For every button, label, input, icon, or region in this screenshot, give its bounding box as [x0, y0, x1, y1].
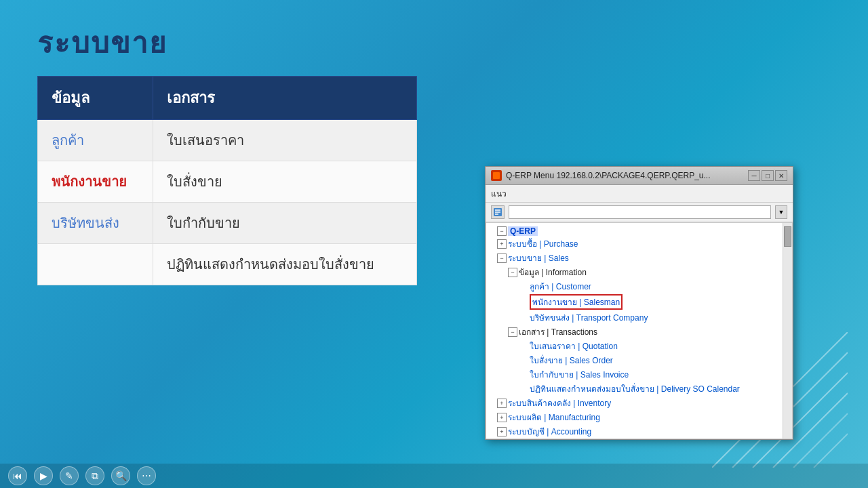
- erp-win-buttons[interactable]: ─ □ ✕: [748, 170, 787, 181]
- erp-titlebar: Q-ERP Menu 192.168.0.2\PACKAGE4.QERP.QER…: [486, 167, 793, 185]
- tree-root-item[interactable]: − Q-ERP: [486, 226, 792, 237]
- erp-icon-inner: [493, 172, 500, 179]
- minimize-button[interactable]: ─: [748, 170, 760, 181]
- tree-label-delivery: ปฏิทินแสดงกำหนดส่งมอบใบสั่งขาย | Deliver…: [530, 382, 740, 395]
- btn-copy[interactable]: ⧉: [85, 466, 104, 485]
- tree-label-quotation: ใบเสนอราคา | Quotation: [530, 340, 618, 352]
- tree-toggle[interactable]: +: [497, 413, 507, 422]
- tree-item-salesorder[interactable]: ใบสั่งขาย | Sales Order: [486, 353, 792, 367]
- svg-line-4: [793, 413, 848, 468]
- tree-label-transport: บริษัทขนส่ง | Transport Company: [530, 311, 648, 324]
- tree-item-accounting[interactable]: +ระบบบัญชี | Accounting: [486, 424, 792, 439]
- tree-item-inventory[interactable]: +ระบบสินค้าคงคลัง | Inventory: [486, 396, 792, 410]
- tree-item-customer[interactable]: ลูกค้า | Customer: [486, 279, 792, 293]
- erp-window: Q-ERP Menu 192.168.0.2\PACKAGE4.QERP.QER…: [485, 166, 793, 440]
- package-selector[interactable]: TEST PACKAGE4: [509, 205, 771, 219]
- btn-more[interactable]: ⋯: [137, 466, 156, 485]
- table-cell-doc: ใบสั่งขาย: [153, 161, 417, 203]
- tree-label-info: ข้อมูล | Information: [519, 266, 587, 279]
- tree-toggle[interactable]: +: [497, 399, 507, 408]
- btn-back[interactable]: ⏮: [8, 466, 27, 485]
- svg-line-5: [814, 434, 848, 468]
- table-row: ลูกค้าใบเสนอราคา: [38, 120, 417, 161]
- tree-label-inventory: ระบบสินค้าคงคลัง | Inventory: [508, 396, 611, 409]
- tree-item-salesman[interactable]: พนักงานขาย | Salesman: [486, 293, 792, 310]
- toolbar-dropdown-button[interactable]: ▼: [775, 205, 787, 219]
- tree-toggle[interactable]: +: [497, 427, 507, 436]
- table-cell-info: ลูกค้า: [38, 120, 153, 161]
- tree-item-transactions[interactable]: −เอกสาร | Transactions: [486, 325, 792, 339]
- tree-item-info[interactable]: −ข้อมูล | Information: [486, 265, 792, 279]
- btn-zoom[interactable]: 🔍: [111, 466, 130, 485]
- tree-item-quotation[interactable]: ใบเสนอราคา | Quotation: [486, 339, 792, 353]
- tree-label-customer: ลูกค้า | Customer: [530, 280, 591, 293]
- table-cell-doc: ปฏิทินแสดงกำหนดส่งมอบใบสั่งขาย: [153, 244, 417, 285]
- tree-item-sales[interactable]: −ระบบขาย | Sales: [486, 251, 792, 265]
- table-row: พนักงานขายใบสั่งขาย: [38, 161, 417, 203]
- table-cell-info: บริษัทขนส่ง: [38, 203, 153, 244]
- left-panel: ระบบขาย ข้อมูล เอกสาร ลูกค้าใบเสนอราคาพน…: [37, 20, 417, 285]
- erp-tree[interactable]: − Q-ERP +ระบบซื้อ | Purchase−ระบบขาย | S…: [486, 222, 793, 439]
- tree-label-accounting: ระบบบัญชี | Accounting: [508, 425, 591, 438]
- tree-label-purchase: ระบบซื้อ | Purchase: [508, 237, 578, 250]
- tree-label-root: Q-ERP: [508, 226, 538, 236]
- close-button[interactable]: ✕: [775, 170, 787, 181]
- tree-label-manufacturing: ระบบผลิต | Manufacturing: [508, 411, 600, 424]
- tree-toggle[interactable]: −: [508, 268, 517, 277]
- tree-label-transactions: เอกสาร | Transactions: [519, 325, 597, 338]
- tree-label-salesman: พนักงานขาย | Salesman: [530, 294, 623, 310]
- tree-item-delivery[interactable]: ปฏิทินแสดงกำหนดส่งมอบใบสั่งขาย | Deliver…: [486, 382, 792, 396]
- btn-play[interactable]: ▶: [34, 466, 53, 485]
- scrollbar-thumb[interactable]: [784, 226, 791, 247]
- toolbar-tree-icon: [493, 207, 502, 217]
- erp-menu-bar: แนว: [486, 185, 793, 203]
- erp-toolbar: TEST PACKAGE4 ▼: [486, 203, 793, 222]
- tree-toggle[interactable]: −: [497, 253, 507, 263]
- tree-item-salesinvoice[interactable]: ใบกำกับขาย | Sales Invoice: [486, 367, 792, 382]
- erp-app-icon: [491, 170, 502, 181]
- info-table: ข้อมูล เอกสาร ลูกค้าใบเสนอราคาพนักงานขาย…: [37, 76, 417, 285]
- tree-label-sales: ระบบขาย | Sales: [508, 251, 569, 264]
- tree-scrollbar[interactable]: [783, 223, 792, 439]
- table-cell-doc: ใบเสนอราคา: [153, 120, 417, 161]
- tree-item-transport[interactable]: บริษัทขนส่ง | Transport Company: [486, 310, 792, 325]
- col-header-data: ข้อมูล: [38, 77, 153, 120]
- tree-label-salesorder: ใบสั่งขาย | Sales Order: [530, 354, 613, 367]
- tree-item-manufacturing[interactable]: +ระบบผลิต | Manufacturing: [486, 410, 792, 424]
- menu-bar-text: แนว: [491, 189, 507, 199]
- tree-item-purchase[interactable]: +ระบบซื้อ | Purchase: [486, 237, 792, 251]
- table-row: ปฏิทินแสดงกำหนดส่งมอบใบสั่งขาย: [38, 244, 417, 285]
- table-cell-info: [38, 244, 153, 285]
- tree-toggle-root[interactable]: −: [497, 226, 507, 236]
- page-title: ระบบขาย: [37, 20, 417, 65]
- bottom-toolbar: ⏮ ▶ ✎ ⧉ 🔍 ⋯: [0, 464, 868, 488]
- erp-window-title: Q-ERP Menu 192.168.0.2\PACKAGE4.QERP.QER…: [506, 171, 711, 180]
- col-header-doc: เอกสาร: [153, 77, 417, 120]
- maximize-button[interactable]: □: [762, 170, 774, 181]
- btn-edit[interactable]: ✎: [60, 466, 79, 485]
- table-row: บริษัทขนส่งใบกำกับขาย: [38, 203, 417, 244]
- table-cell-doc: ใบกำกับขาย: [153, 203, 417, 244]
- erp-titlebar-left: Q-ERP Menu 192.168.0.2\PACKAGE4.QERP.QER…: [491, 170, 711, 181]
- toolbar-icon: [491, 205, 505, 219]
- tree-label-salesinvoice: ใบกำกับขาย | Sales Invoice: [530, 368, 629, 381]
- tree-toggle[interactable]: −: [508, 327, 517, 337]
- tree-item-hr[interactable]: +ระบบบริหารบุคลากร | Human Resources: [486, 439, 792, 439]
- tree-toggle[interactable]: +: [497, 239, 507, 249]
- table-cell-info: พนักงานขาย: [38, 161, 153, 203]
- table-header-row: ข้อมูล เอกสาร: [38, 77, 417, 120]
